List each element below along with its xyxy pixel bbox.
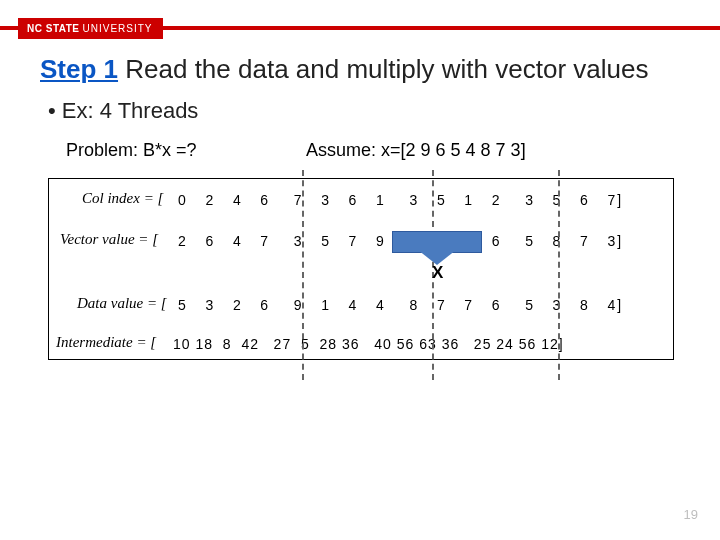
thread-divider-3 [558, 170, 560, 380]
multiply-x: X [432, 263, 443, 283]
step-label: Step 1 [40, 54, 118, 84]
row-label-colindex: Col index = [ [82, 190, 163, 207]
row-vals-colindex: 0 2 4 6 7 3 6 1 3 5 1 2 3 5 6 7] [178, 192, 623, 208]
row-label-data: Data value = [ [77, 295, 167, 312]
example-line: • Ex: 4 Threads [48, 98, 198, 124]
logo-block: NC STATEUNIVERSITY [18, 18, 163, 39]
row-vals-intermediate: 10 18 8 42 27 5 28 36 40 56 63 36 25 24 … [173, 336, 564, 352]
logo-university: UNIVERSITY [83, 23, 153, 34]
title-rest: Read the data and multiply with vector v… [118, 54, 648, 84]
logo-brand: NC STATE [27, 23, 80, 34]
row-label-vector: Vector value = [ [60, 231, 158, 248]
assume-text: Assume: x=[2 9 6 5 4 8 7 3] [306, 140, 526, 161]
row-vals-data: 5 3 2 6 9 1 4 4 8 7 7 6 5 3 8 4] [178, 297, 623, 313]
page-number: 19 [684, 507, 698, 522]
row-label-intermediate: Intermediate = [ [56, 334, 156, 351]
slide-title: Step 1 Read the data and multiply with v… [40, 54, 648, 85]
problem-text: Problem: B*x =? [66, 140, 197, 161]
thread-divider-1 [302, 170, 304, 380]
